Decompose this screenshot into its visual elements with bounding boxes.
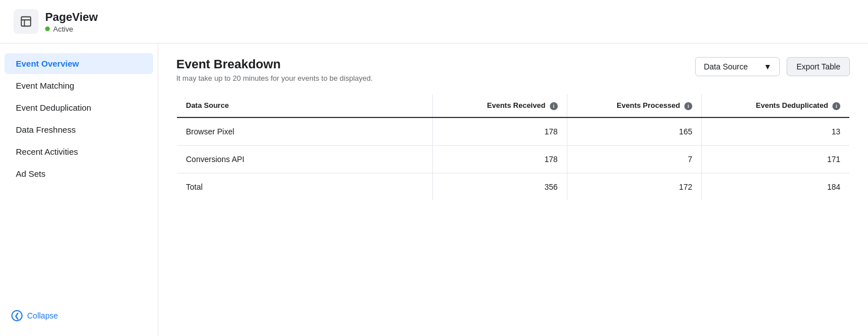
cell-received-1: 178 <box>432 145 567 173</box>
page-title: Event Breakdown <box>176 57 373 72</box>
sidebar: Event Overview Event Matching Event Dedu… <box>0 43 158 336</box>
event-breakdown-table: Data Source Events Received i Events Pro… <box>176 94 850 201</box>
table-row: Conversions API 178 7 171 <box>177 145 850 173</box>
col-header-source: Data Source <box>177 94 433 117</box>
app-icon <box>14 9 38 34</box>
cell-deduplicated-0: 13 <box>701 117 849 146</box>
header-status: Active <box>45 25 98 33</box>
main-content: Event Breakdown It may take up to 20 min… <box>158 43 868 336</box>
status-label: Active <box>53 25 73 33</box>
data-source-dropdown[interactable]: Data Source ▼ <box>695 57 780 76</box>
cell-processed-1: 7 <box>567 145 701 173</box>
cell-processed-2: 172 <box>567 173 701 200</box>
collapse-button[interactable]: ❮ Collapse <box>0 304 158 327</box>
cell-deduplicated-1: 171 <box>701 145 849 173</box>
header: PageView Active <box>0 0 868 43</box>
info-icon-processed: i <box>684 102 692 110</box>
sidebar-item-recent-activities[interactable]: Recent Activities <box>5 141 153 162</box>
sidebar-item-event-overview[interactable]: Event Overview <box>5 53 153 74</box>
cell-source-1: Conversions API <box>177 145 433 173</box>
info-icon-deduplicated: i <box>832 102 840 110</box>
main-layout: Event Overview Event Matching Event Dedu… <box>0 43 868 336</box>
sidebar-item-data-freshness[interactable]: Data Freshness <box>5 119 153 140</box>
svg-rect-0 <box>21 17 31 27</box>
content-title-section: Event Breakdown It may take up to 20 min… <box>176 57 373 82</box>
app-title: PageView <box>45 10 98 24</box>
cell-received-2: 356 <box>432 173 567 200</box>
layout-icon <box>20 15 32 28</box>
header-info: PageView Active <box>45 10 98 33</box>
cell-source-2: Total <box>177 173 433 200</box>
cell-source-0: Browser Pixel <box>177 117 433 146</box>
collapse-icon: ❮ <box>11 310 23 321</box>
status-dot <box>45 27 50 31</box>
table-row: Browser Pixel 178 165 13 <box>177 117 850 146</box>
cell-received-0: 178 <box>432 117 567 146</box>
cell-processed-0: 165 <box>567 117 701 146</box>
col-header-deduplicated: Events Deduplicated i <box>701 94 849 117</box>
cell-deduplicated-2: 184 <box>701 173 849 200</box>
sidebar-item-ad-sets[interactable]: Ad Sets <box>5 163 153 184</box>
page-subtitle: It may take up to 20 minutes for your ev… <box>176 74 373 82</box>
col-header-processed: Events Processed i <box>567 94 701 117</box>
table-header-row: Data Source Events Received i Events Pro… <box>177 94 850 117</box>
content-header: Event Breakdown It may take up to 20 min… <box>176 57 850 82</box>
app-container: PageView Active Event Overview Event Mat… <box>0 0 868 336</box>
data-source-label: Data Source <box>704 62 748 71</box>
info-icon-received: i <box>550 102 558 110</box>
export-table-button[interactable]: Export Table <box>787 57 850 76</box>
sidebar-item-event-deduplication[interactable]: Event Deduplication <box>5 97 153 118</box>
table-row: Total 356 172 184 <box>177 173 850 200</box>
content-actions: Data Source ▼ Export Table <box>695 57 850 76</box>
col-header-received: Events Received i <box>432 94 567 117</box>
sidebar-item-event-matching[interactable]: Event Matching <box>5 75 153 96</box>
collapse-label: Collapse <box>27 311 58 320</box>
chevron-down-icon: ▼ <box>764 62 772 71</box>
